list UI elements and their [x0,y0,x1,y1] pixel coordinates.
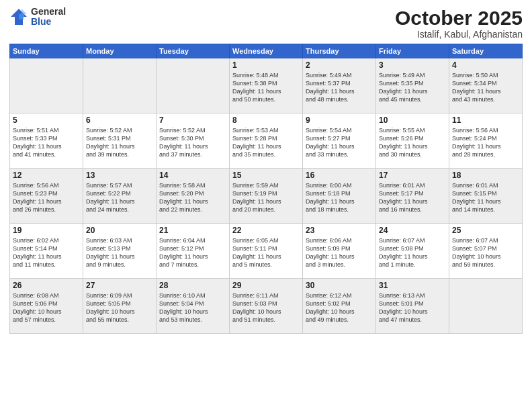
weekday-header-sunday: Sunday [10,44,83,58]
month-title: October 2025 [395,7,523,29]
day-number: 16 [306,171,373,180]
day-number: 29 [232,281,300,290]
day-number: 21 [159,226,226,235]
calendar-cell: 2Sunrise: 5:49 AM Sunset: 5:37 PM Daylig… [303,58,376,113]
calendar-cell: 17Sunrise: 6:01 AM Sunset: 5:17 PM Dayli… [376,169,449,224]
calendar-cell: 22Sunrise: 6:05 AM Sunset: 5:11 PM Dayli… [230,224,303,279]
day-number: 10 [379,116,446,125]
calendar-cell: 27Sunrise: 6:09 AM Sunset: 5:05 PM Dayli… [83,279,157,334]
calendar-cell: 8Sunrise: 5:53 AM Sunset: 5:28 PM Daylig… [230,113,303,169]
calendar-cell: 18Sunrise: 6:01 AM Sunset: 5:15 PM Dayli… [449,169,523,224]
day-number: 27 [86,281,153,290]
day-info: Sunrise: 6:07 AM Sunset: 5:07 PM Dayligh… [452,236,519,269]
day-info: Sunrise: 6:06 AM Sunset: 5:09 PM Dayligh… [306,236,373,269]
day-info: Sunrise: 6:03 AM Sunset: 5:13 PM Dayligh… [86,236,153,269]
day-info: Sunrise: 5:55 AM Sunset: 5:26 PM Dayligh… [379,126,446,159]
calendar-cell: 7Sunrise: 5:52 AM Sunset: 5:30 PM Daylig… [157,113,230,169]
weekday-header-friday: Friday [376,44,449,58]
calendar-cell: 10Sunrise: 5:55 AM Sunset: 5:26 PM Dayli… [376,113,449,169]
logo-blue: Blue [31,17,66,27]
day-info: Sunrise: 5:56 AM Sunset: 5:24 PM Dayligh… [452,126,519,159]
calendar-cell: 5Sunrise: 5:51 AM Sunset: 5:33 PM Daylig… [10,113,83,169]
day-number: 18 [452,171,519,180]
day-number: 3 [379,60,446,70]
day-number: 8 [232,116,300,125]
calendar-cell: 25Sunrise: 6:07 AM Sunset: 5:07 PM Dayli… [449,224,523,279]
calendar-cell: 6Sunrise: 5:52 AM Sunset: 5:31 PM Daylig… [83,113,157,169]
week-row-4: 26Sunrise: 6:08 AM Sunset: 5:06 PM Dayli… [10,279,523,334]
calendar-cell: 15Sunrise: 5:59 AM Sunset: 5:19 PM Dayli… [230,169,303,224]
week-row-3: 19Sunrise: 6:02 AM Sunset: 5:14 PM Dayli… [10,224,523,279]
day-number: 24 [379,226,446,235]
day-info: Sunrise: 5:53 AM Sunset: 5:28 PM Dayligh… [232,126,300,159]
day-number: 11 [452,116,519,125]
calendar-cell: 12Sunrise: 5:56 AM Sunset: 5:23 PM Dayli… [10,169,83,224]
calendar-cell: 31Sunrise: 6:13 AM Sunset: 5:01 PM Dayli… [376,279,449,334]
logo-general: General [31,7,66,17]
day-info: Sunrise: 5:52 AM Sunset: 5:31 PM Dayligh… [86,126,153,159]
day-info: Sunrise: 5:58 AM Sunset: 5:20 PM Dayligh… [159,181,226,214]
logo-icon [9,7,28,26]
calendar-cell: 4Sunrise: 5:50 AM Sunset: 5:34 PM Daylig… [449,58,523,113]
calendar-cell: 21Sunrise: 6:04 AM Sunset: 5:12 PM Dayli… [157,224,230,279]
weekday-header-thursday: Thursday [303,44,376,58]
logo: General Blue [9,7,66,28]
day-number: 6 [86,116,153,125]
day-info: Sunrise: 5:52 AM Sunset: 5:30 PM Dayligh… [159,126,226,159]
calendar-cell: 16Sunrise: 6:00 AM Sunset: 5:18 PM Dayli… [303,169,376,224]
day-number: 26 [13,281,80,290]
day-number: 12 [13,171,80,180]
calendar-cell: 29Sunrise: 6:11 AM Sunset: 5:03 PM Dayli… [230,279,303,334]
calendar-cell [10,58,83,113]
day-info: Sunrise: 5:50 AM Sunset: 5:34 PM Dayligh… [452,71,519,104]
calendar-cell: 20Sunrise: 6:03 AM Sunset: 5:13 PM Dayli… [83,224,157,279]
day-number: 15 [232,171,300,180]
day-number: 25 [452,226,519,235]
calendar-cell [157,58,230,113]
day-number: 7 [159,116,226,125]
day-number: 5 [13,116,80,125]
calendar-cell: 24Sunrise: 6:07 AM Sunset: 5:08 PM Dayli… [376,224,449,279]
day-info: Sunrise: 6:01 AM Sunset: 5:15 PM Dayligh… [452,181,519,214]
calendar-cell [449,279,523,334]
day-info: Sunrise: 6:00 AM Sunset: 5:18 PM Dayligh… [306,181,373,214]
week-row-2: 12Sunrise: 5:56 AM Sunset: 5:23 PM Dayli… [10,169,523,224]
calendar-cell: 13Sunrise: 5:57 AM Sunset: 5:22 PM Dayli… [83,169,157,224]
day-number: 9 [306,116,373,125]
day-number: 31 [379,281,446,290]
day-info: Sunrise: 6:02 AM Sunset: 5:14 PM Dayligh… [13,236,80,269]
day-number: 14 [159,171,226,180]
page: General Blue October 2025 Istalif, Kabul… [0,0,532,411]
day-info: Sunrise: 5:57 AM Sunset: 5:22 PM Dayligh… [86,181,153,214]
day-info: Sunrise: 5:59 AM Sunset: 5:19 PM Dayligh… [232,181,300,214]
calendar-cell [83,58,157,113]
day-info: Sunrise: 6:08 AM Sunset: 5:06 PM Dayligh… [13,291,80,324]
day-info: Sunrise: 5:54 AM Sunset: 5:27 PM Dayligh… [306,126,373,159]
day-number: 1 [232,60,300,70]
calendar-cell: 30Sunrise: 6:12 AM Sunset: 5:02 PM Dayli… [303,279,376,334]
day-number: 30 [306,281,373,290]
weekday-header-saturday: Saturday [449,44,523,58]
day-info: Sunrise: 5:49 AM Sunset: 5:35 PM Dayligh… [379,71,446,104]
location: Istalif, Kabul, Afghanistan [395,29,523,40]
weekday-header-row: SundayMondayTuesdayWednesdayThursdayFrid… [10,44,523,58]
day-number: 20 [86,226,153,235]
calendar-cell: 28Sunrise: 6:10 AM Sunset: 5:04 PM Dayli… [157,279,230,334]
day-info: Sunrise: 5:49 AM Sunset: 5:37 PM Dayligh… [306,71,373,104]
day-number: 19 [13,226,80,235]
calendar-cell: 14Sunrise: 5:58 AM Sunset: 5:20 PM Dayli… [157,169,230,224]
day-info: Sunrise: 6:13 AM Sunset: 5:01 PM Dayligh… [379,291,446,324]
day-info: Sunrise: 5:48 AM Sunset: 5:38 PM Dayligh… [232,71,300,104]
week-row-1: 5Sunrise: 5:51 AM Sunset: 5:33 PM Daylig… [10,113,523,169]
day-info: Sunrise: 6:11 AM Sunset: 5:03 PM Dayligh… [232,291,300,324]
calendar-cell: 26Sunrise: 6:08 AM Sunset: 5:06 PM Dayli… [10,279,83,334]
day-info: Sunrise: 6:10 AM Sunset: 5:04 PM Dayligh… [159,291,226,324]
weekday-header-wednesday: Wednesday [230,44,303,58]
day-number: 17 [379,171,446,180]
day-number: 2 [306,60,373,70]
day-info: Sunrise: 6:05 AM Sunset: 5:11 PM Dayligh… [232,236,300,269]
logo-text: General Blue [31,7,66,28]
calendar-cell: 3Sunrise: 5:49 AM Sunset: 5:35 PM Daylig… [376,58,449,113]
day-info: Sunrise: 6:07 AM Sunset: 5:08 PM Dayligh… [379,236,446,269]
day-info: Sunrise: 5:56 AM Sunset: 5:23 PM Dayligh… [13,181,80,214]
